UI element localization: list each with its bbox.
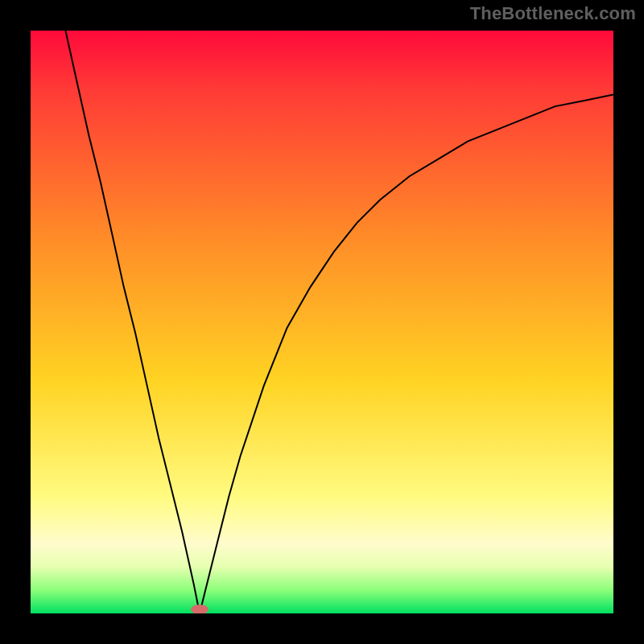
bottleneck-curve <box>65 31 613 613</box>
watermark-text: TheBottleneck.com <box>470 3 636 24</box>
minimum-marker <box>191 605 208 613</box>
plot-area <box>31 31 613 613</box>
curve-layer <box>31 31 613 613</box>
chart-frame: TheBottleneck.com <box>0 0 644 644</box>
